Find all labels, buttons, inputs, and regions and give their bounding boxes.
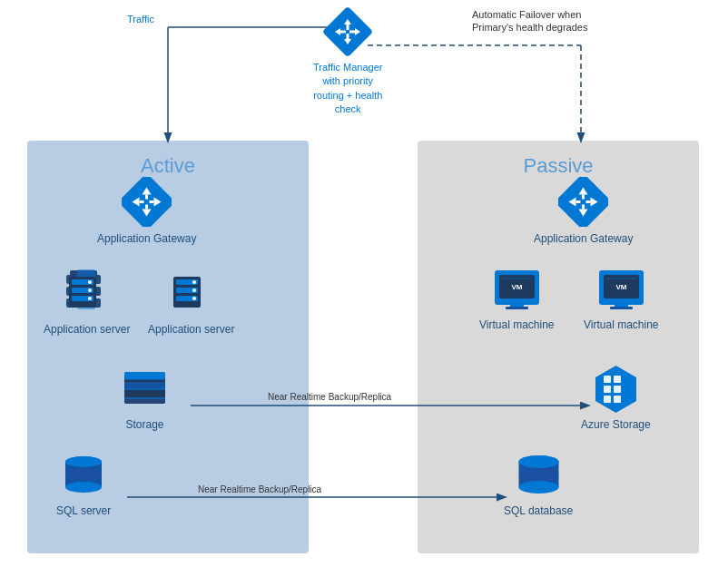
svg-point-53 [65, 482, 102, 493]
traffic-manager-svg [320, 5, 375, 59]
passive-vm2-svg: VM [596, 268, 646, 313]
passive-app-gateway-icon: Application Gateway [534, 177, 633, 247]
diagram-container: Active Passive Traffic Near Realtime B [0, 0, 728, 567]
active-sql-svg [61, 449, 106, 499]
active-sql-label: SQL server [56, 504, 111, 519]
svg-rect-19 [145, 205, 148, 210]
active-server1-label: Application server [44, 323, 130, 337]
svg-rect-46 [124, 391, 165, 398]
svg-rect-81 [614, 386, 621, 393]
svg-rect-15 [122, 177, 172, 227]
passive-sql-db-svg [514, 449, 564, 499]
svg-point-42 [192, 297, 196, 300]
svg-point-54 [65, 469, 102, 480]
passive-vm2-icon: VM Virtual machine [584, 268, 659, 333]
svg-rect-79 [614, 376, 621, 383]
failover-label-line2: Primary's health degrades [472, 22, 588, 33]
failover-label-line1: Automatic Failover when [472, 9, 581, 20]
svg-rect-58 [582, 195, 585, 200]
svg-point-87 [518, 468, 558, 481]
active-server2-svg [169, 268, 214, 318]
active-label: Active [141, 154, 195, 178]
svg-point-88 [518, 455, 558, 468]
passive-vm1-label: Virtual machine [479, 318, 555, 333]
svg-rect-80 [604, 386, 611, 393]
svg-rect-82 [604, 396, 611, 403]
svg-rect-21 [140, 200, 144, 203]
svg-point-33 [88, 280, 92, 284]
traffic-manager-label: Traffic Manager with priority routing + … [313, 61, 382, 117]
svg-point-41 [192, 288, 196, 292]
svg-rect-56 [558, 177, 608, 227]
passive-sql-db-icon: SQL database [504, 449, 573, 519]
active-server1-icon: Application server [44, 268, 130, 337]
traffic-label: Traffic [127, 14, 154, 24]
passive-label: Passive [523, 154, 593, 178]
passive-azure-storage-svg [591, 363, 641, 413]
svg-rect-8 [347, 24, 349, 30]
active-server2-label: Application server [148, 323, 234, 337]
svg-rect-64 [586, 200, 591, 203]
svg-rect-17 [145, 195, 148, 200]
passive-azure-storage-label: Azure Storage [581, 418, 651, 433]
passive-vm1-svg: VM [492, 268, 542, 313]
svg-text:VM: VM [511, 283, 522, 291]
svg-rect-73 [615, 302, 628, 307]
svg-rect-78 [604, 376, 611, 383]
svg-point-34 [88, 288, 92, 292]
svg-point-35 [88, 297, 92, 300]
svg-rect-60 [582, 205, 585, 210]
passive-vm1-icon: VM Virtual machine [479, 268, 555, 333]
svg-rect-10 [347, 34, 349, 39]
passive-gateway-svg [558, 177, 608, 227]
svg-rect-12 [340, 31, 346, 34]
svg-rect-68 [506, 307, 528, 309]
svg-rect-67 [510, 302, 524, 307]
active-storage-icon: Storage [120, 363, 170, 433]
active-gateway-label: Application Gateway [97, 232, 196, 247]
traffic-manager-icon: Traffic Manager with priority routing + … [313, 5, 382, 117]
active-sql-icon: SQL server [56, 449, 111, 519]
svg-rect-74 [610, 307, 633, 309]
svg-point-55 [65, 456, 102, 467]
active-storage-svg [120, 363, 170, 413]
passive-vm2-label: Virtual machine [584, 318, 659, 333]
active-app-gateway-icon: Application Gateway [97, 177, 196, 247]
svg-rect-6 [322, 6, 374, 58]
svg-rect-23 [150, 200, 154, 203]
svg-rect-44 [124, 372, 165, 379]
svg-rect-14 [349, 31, 355, 34]
active-storage-label: Storage [125, 418, 163, 433]
svg-point-40 [192, 280, 196, 284]
svg-rect-62 [576, 200, 581, 203]
passive-azure-storage-icon: Azure Storage [581, 363, 651, 433]
active-server2-icon: Application server [148, 268, 234, 337]
svg-point-86 [518, 481, 558, 494]
svg-rect-83 [614, 396, 621, 403]
active-gateway-svg [122, 177, 172, 227]
passive-sql-db-label: SQL database [504, 504, 573, 519]
svg-text:VM: VM [615, 283, 626, 291]
active-server1-svg [64, 268, 110, 318]
passive-gateway-label: Application Gateway [534, 232, 633, 247]
svg-rect-45 [124, 382, 165, 389]
